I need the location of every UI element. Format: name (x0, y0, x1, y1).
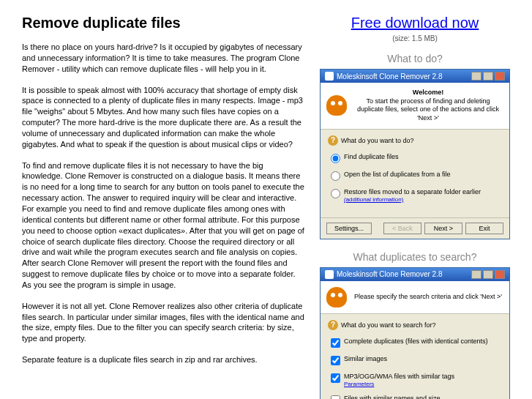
checkbox-input[interactable] (331, 373, 340, 383)
app-icon (325, 270, 334, 279)
checkbox-input[interactable] (331, 395, 340, 399)
option-label: Restore files moved to a separate folder… (344, 188, 481, 203)
exit-button[interactable]: Exit (465, 223, 503, 234)
download-size: (size: 1.5 MB) (320, 34, 510, 42)
check-mp3-tags[interactable]: MP3/OGG/WMA files with similar tags Para… (331, 373, 499, 387)
title-bar: Moleskinsoft Clone Remover 2.8 (321, 70, 509, 83)
check-complete-duplicates[interactable]: Complete duplicates (files with identica… (331, 338, 499, 348)
checkbox-input[interactable] (331, 338, 340, 348)
option-label: Files with similar names and size (344, 395, 441, 399)
question-icon: ? (328, 135, 338, 146)
paragraph: To find and remove duplicate files it is… (22, 160, 305, 291)
radio-input[interactable] (331, 189, 340, 198)
wizard-window-1: Moleskinsoft Clone Remover 2.8 Welcome! … (320, 69, 510, 239)
option-restore[interactable]: Restore files moved to a separate folder… (331, 188, 499, 203)
question-text: What do you want to do? (341, 137, 414, 144)
paragraph: Is there no place on yours hard-drive? I… (22, 42, 305, 75)
minimize-icon[interactable] (471, 72, 482, 81)
paragraph: Separate feature is a duplicate files se… (22, 354, 305, 365)
back-button: < Back (383, 223, 422, 234)
section-title-whatduplicates: What duplicates to search? (320, 251, 510, 263)
window-title: Moleskinsoft Clone Remover 2.8 (337, 270, 443, 278)
article-column: Remove duplicate files Is there no place… (22, 15, 305, 399)
close-icon[interactable] (495, 270, 505, 279)
wizard-header: Welcome! To start the process of finding… (321, 83, 509, 130)
additional-info-link[interactable]: (additional information) (344, 196, 403, 203)
maximize-icon[interactable] (483, 270, 493, 279)
intro-text: Please specify the search criteria and c… (354, 293, 502, 300)
option-label: Open the list of duplicates from a file (344, 171, 451, 178)
sidebar-column: Free download now (size: 1.5 MB) What to… (320, 15, 510, 399)
next-button[interactable]: Next > (424, 223, 462, 234)
paragraph: However it is not all yet. Clone Remover… (22, 301, 305, 344)
close-icon[interactable] (495, 72, 505, 81)
download-link[interactable]: Free download now (320, 15, 510, 31)
question-icon: ? (328, 320, 338, 330)
question-text: What do you want to search for? (341, 321, 436, 329)
app-icon (325, 72, 334, 81)
check-similar-images[interactable]: Similar images (331, 355, 499, 365)
radio-input[interactable] (331, 154, 340, 163)
window-title: Moleskinsoft Clone Remover 2.8 (337, 72, 443, 81)
section-title-whattodo: What to do? (320, 53, 510, 64)
option-label: Find duplicate files (344, 153, 399, 160)
minimize-icon[interactable] (471, 270, 482, 279)
intro-text: To start the process of finding and dele… (357, 97, 499, 122)
option-open-list[interactable]: Open the list of duplicates from a file (331, 171, 499, 181)
wizard-header: Please specify the search criteria and c… (321, 281, 509, 314)
option-label: MP3/OGG/WMA files with similar tags Para… (344, 373, 454, 387)
radio-input[interactable] (331, 171, 340, 181)
option-label: Similar images (344, 355, 387, 362)
checkbox-input[interactable] (331, 356, 340, 365)
welcome-text: Welcome! (353, 89, 503, 97)
settings-button[interactable]: Settings... (326, 223, 372, 234)
mascot-icon (326, 95, 347, 116)
wizard-window-2: Moleskinsoft Clone Remover 2.8 Please sp… (320, 267, 510, 399)
page-heading: Remove duplicate files (22, 15, 305, 31)
mascot-icon (326, 287, 347, 307)
check-similar-name-size[interactable]: Files with similar names and size (331, 395, 499, 399)
title-bar: Moleskinsoft Clone Remover 2.8 (321, 268, 509, 281)
maximize-icon[interactable] (483, 72, 493, 81)
option-label: Complete duplicates (files with identica… (344, 338, 488, 345)
option-find-duplicates[interactable]: Find duplicate files (331, 153, 499, 163)
parameters-link[interactable]: Parameters (344, 381, 374, 387)
paragraph: It is possible to speak almost with 100%… (22, 85, 305, 150)
